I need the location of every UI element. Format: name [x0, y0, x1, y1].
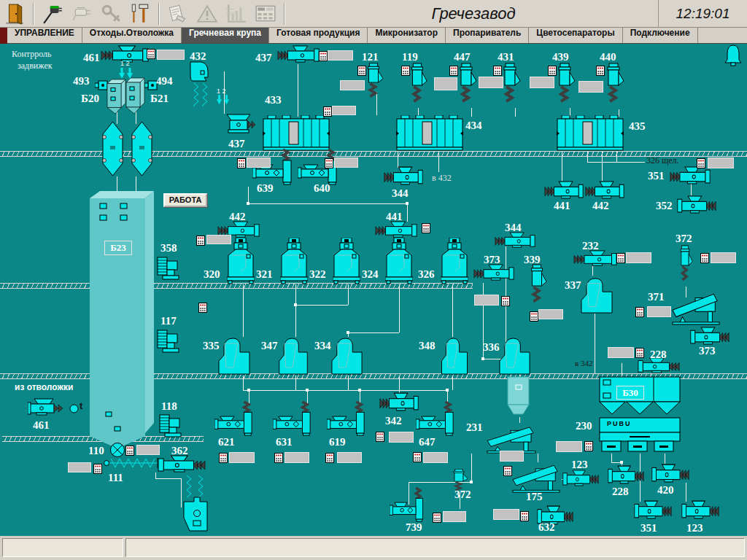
- keypad-icon[interactable]: [237, 158, 246, 168]
- equipment-110[interactable]: [109, 442, 125, 458]
- keypad-icon[interactable]: [596, 66, 605, 76]
- equipment-Б21[interactable]: [125, 77, 145, 115]
- control-panel-icon[interactable]: [251, 1, 280, 26]
- equipment-117[interactable]: [157, 328, 183, 354]
- equipment-344[interactable]: [495, 232, 535, 248]
- work-status-button[interactable]: РАБОТА: [163, 193, 207, 207]
- keypad-icon[interactable]: [520, 511, 529, 521]
- tab-Микронизатор[interactable]: Микронизатор: [368, 28, 446, 43]
- keypad-icon[interactable]: [323, 106, 332, 117]
- equipment-373[interactable]: [473, 264, 514, 281]
- tab-Цветосепараторы[interactable]: Цветосепараторы: [529, 28, 622, 43]
- keypad-icon[interactable]: [357, 66, 366, 76]
- keypad-icon[interactable]: [325, 158, 333, 168]
- keypad-icon[interactable]: [697, 158, 705, 168]
- tab-Готовая продукция[interactable]: Готовая продукция: [269, 28, 368, 43]
- equipment-373[interactable]: [690, 327, 729, 345]
- equipment-619[interactable]: [327, 401, 366, 436]
- keypad-icon[interactable]: [449, 66, 458, 76]
- equipment-342[interactable]: [379, 392, 419, 411]
- equipment-337[interactable]: [579, 276, 614, 314]
- equipment-arr2[interactable]: [118, 68, 134, 81]
- equipment-334[interactable]: [330, 335, 364, 375]
- equipment-121[interactable]: [363, 63, 384, 102]
- connector-icon[interactable]: [67, 1, 96, 26]
- equipment-326[interactable]: [441, 238, 468, 284]
- equipment-432[interactable]: [187, 61, 212, 114]
- equipment-351[interactable]: [634, 500, 672, 519]
- equipment-118[interactable]: [159, 413, 185, 439]
- equipment-433[interactable]: [263, 115, 330, 152]
- equipment-437[interactable]: [222, 114, 258, 136]
- equipment-silos[interactable]: [506, 376, 531, 417]
- equipment-tower[interactable]: [88, 190, 155, 446]
- keypad-icon[interactable]: [147, 49, 155, 59]
- equipment-320[interactable]: [227, 238, 255, 284]
- equipment-461[interactable]: [28, 398, 66, 419]
- equipment-372[interactable]: [677, 245, 693, 286]
- equipment-175[interactable]: [511, 459, 562, 493]
- equipment-335[interactable]: [217, 335, 252, 375]
- equipment-123[interactable]: [562, 470, 599, 486]
- report-icon[interactable]: [163, 1, 193, 26]
- keypad-icon[interactable]: [635, 348, 644, 358]
- equipment-441[interactable]: [544, 181, 584, 199]
- equipment-Б20[interactable]: [107, 79, 126, 115]
- equipment-diamond[interactable]: [131, 121, 152, 176]
- equipment-435[interactable]: [557, 115, 624, 152]
- equipment-621[interactable]: [214, 401, 254, 436]
- equipment-739[interactable]: [390, 487, 425, 522]
- equipment-322[interactable]: [333, 238, 360, 284]
- keypad-icon[interactable]: [422, 223, 430, 233]
- equipment-231[interactable]: [486, 421, 538, 454]
- equipment-437[interactable]: [277, 45, 320, 63]
- equipment-111[interactable]: [104, 456, 160, 470]
- keypad-icon[interactable]: [700, 253, 709, 263]
- equipment-elevboot[interactable]: [178, 475, 210, 534]
- equipment-358[interactable]: [157, 255, 183, 281]
- equipment-bell[interactable]: [723, 44, 743, 67]
- key-icon[interactable]: [96, 1, 125, 26]
- keypad-icon[interactable]: [501, 296, 510, 306]
- keypad-icon[interactable]: [616, 253, 625, 263]
- tab-Отходы.Отволожка[interactable]: Отходы.Отволожка: [82, 28, 182, 43]
- keypad-icon[interactable]: [548, 66, 557, 76]
- keypad-icon[interactable]: [319, 51, 328, 61]
- keypad-icon[interactable]: [376, 432, 384, 442]
- keypad-icon[interactable]: [93, 464, 102, 474]
- equipment-arr2[interactable]: [216, 95, 231, 106]
- equipment-442[interactable]: [585, 181, 624, 199]
- warning-icon[interactable]: [193, 1, 222, 26]
- equipment-324[interactable]: [385, 238, 413, 284]
- equipment-447[interactable]: [455, 63, 477, 108]
- tools-icon[interactable]: [125, 1, 155, 26]
- keypad-icon[interactable]: [198, 303, 207, 313]
- tab-УПРАВЛЕНИЕ[interactable]: УПРАВЛЕНИЕ: [7, 28, 82, 43]
- keypad-icon[interactable]: [325, 453, 334, 463]
- equipment-228[interactable]: [608, 465, 644, 484]
- equipment-439[interactable]: [554, 63, 576, 108]
- equipment-440[interactable]: [603, 63, 624, 108]
- equipment-647[interactable]: [416, 401, 455, 436]
- equipment-441[interactable]: [375, 221, 417, 238]
- equipment-631[interactable]: [273, 401, 312, 436]
- equipment-336[interactable]: [498, 335, 532, 375]
- keypad-icon[interactable]: [503, 466, 512, 476]
- keypad-icon[interactable]: [635, 307, 644, 317]
- exit-door-icon[interactable]: [0, 1, 29, 26]
- equipment-348[interactable]: [440, 335, 469, 375]
- keypad-icon[interactable]: [219, 453, 228, 463]
- keypad-icon[interactable]: [433, 513, 441, 523]
- equipment-321[interactable]: [280, 238, 308, 284]
- keypad-icon[interactable]: [493, 66, 502, 76]
- keypad-icon[interactable]: [125, 446, 134, 456]
- equipment-434[interactable]: [396, 115, 463, 152]
- equipment-123[interactable]: [681, 500, 719, 519]
- chart-icon[interactable]: [222, 1, 251, 26]
- equipment-diamond[interactable]: [102, 121, 123, 176]
- tab-Подключение[interactable]: Подключение: [623, 28, 698, 43]
- tab-Пропариватель[interactable]: Пропариватель: [446, 28, 529, 43]
- keypad-icon[interactable]: [401, 66, 410, 76]
- equipment-232[interactable]: [573, 250, 617, 266]
- keypad-icon[interactable]: [413, 452, 422, 462]
